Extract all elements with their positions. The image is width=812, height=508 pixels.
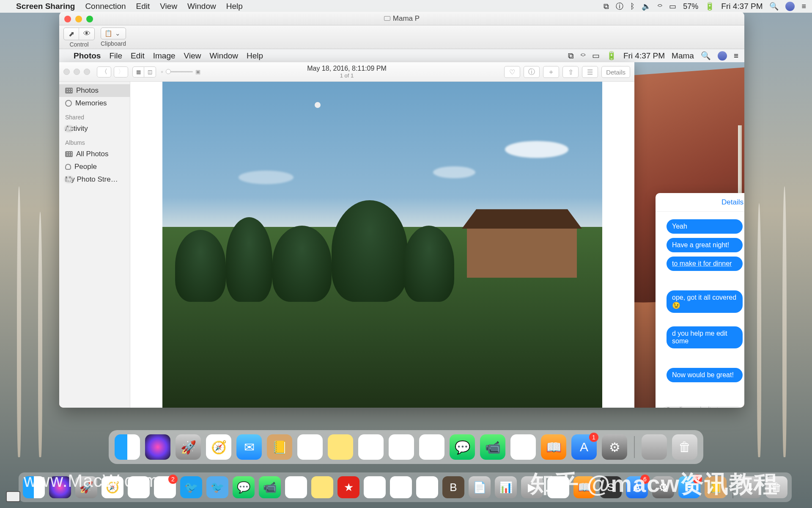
add-button[interactable]: ＋ [543,66,559,78]
bluetooth-icon[interactable]: ᛒ [630,2,635,11]
airplay-icon[interactable]: ⧉ [604,2,609,11]
minimize-icon[interactable] [75,16,82,22]
notif-center-icon[interactable]: ≡ [734,51,738,61]
screenshare-icon[interactable]: ⧉ [568,51,574,61]
observe-icon[interactable]: 👁 [79,28,94,40]
notif-center-icon[interactable]: ≡ [801,2,806,11]
menu-edit[interactable]: Edit [131,51,145,61]
dock-app-finder[interactable] [115,434,140,460]
details-button[interactable]: Details [601,66,630,78]
wifi-icon[interactable]: ⌔ [581,51,585,61]
ss-titlebar[interactable]: Mama P [59,12,744,25]
sidebar-item-photostream[interactable]: My Photo Stre… [59,173,130,186]
dock-app-twitter[interactable]: 🐦 [180,476,202,498]
dock-app-preview[interactable]: 🖼 [390,476,412,498]
control-mode-toggle[interactable]: ⬈👁 [63,28,95,40]
dock-app-facetime[interactable]: 📹 [480,434,505,460]
minimize-icon[interactable] [74,69,80,75]
battery-icon[interactable]: 🔋 [606,51,617,61]
menu-image[interactable]: Image [153,51,176,61]
control-icon[interactable]: ⬈ [64,28,79,40]
dock-app-facetime[interactable]: 📹 [259,476,281,498]
spotlight-icon[interactable]: 🔍 [701,51,711,61]
sidebar-item-activity[interactable]: Activity [59,122,130,135]
sidebar-item-photos[interactable]: Photos [59,84,130,97]
zoom-icon[interactable] [84,69,90,75]
dock-app-reminders[interactable] [364,476,386,498]
airplay-icon[interactable]: ▭ [592,51,600,61]
sidebar-item-people[interactable]: People [59,160,130,173]
view-toggle[interactable]: ▦◫ [132,66,156,77]
dock-app-mail[interactable]: ✉ [236,434,262,460]
dock-app-reminders[interactable] [358,434,384,460]
dock-app-siri[interactable] [145,434,170,460]
dock-app-sysprefs[interactable]: ⚙ [602,434,627,460]
zoom-icon[interactable] [86,16,93,22]
dock-app-photos[interactable]: ✿ [416,476,438,498]
grid-view-icon[interactable]: ▦ [132,66,144,77]
wifi-icon[interactable]: ⌔ [658,2,662,11]
split-view-icon[interactable]: ◫ [144,66,156,77]
menu-help[interactable]: Help [226,2,243,11]
menu-connection[interactable]: Connection [85,2,126,11]
back-button[interactable]: 〈 [97,66,111,77]
dock-app-launchpad[interactable]: 🚀 [176,434,201,460]
battery-icon[interactable]: 🔋 [705,2,714,11]
battery-pct[interactable]: 57% [683,2,698,11]
dock-app-notes[interactable] [328,434,353,460]
share-button[interactable]: ⇧ [562,66,579,78]
messages-details-button[interactable]: Details [721,198,743,207]
dock-app-appstore[interactable]: A1 [571,434,597,460]
menu-view[interactable]: View [160,2,177,11]
dock-app-numbers[interactable]: 📊 [495,476,517,498]
menu-help[interactable]: Help [247,51,263,61]
remote-clock[interactable]: Fri 4:37 PM [623,51,665,61]
dock-app-bear[interactable]: B [442,476,464,498]
host-app-name[interactable]: Screen Sharing [16,2,75,11]
dock-upper[interactable]: 🚀🧭✉📒23🖼✿💬📹♪📖A1⚙🗑 [109,430,703,464]
dock-app-messages[interactable]: 💬 [233,476,255,498]
dock-app-calendar[interactable]: 23 [285,476,307,498]
adjust-button[interactable]: ☰ [582,66,598,78]
menu-window[interactable]: Window [209,51,238,61]
dock-app-safari[interactable]: 🧭 [206,434,231,460]
dock-app-preview[interactable]: 🖼 [389,434,414,460]
favorite-button[interactable]: ♡ [504,66,520,78]
menu-window[interactable]: Window [187,2,216,11]
remote-user[interactable]: Mama [672,51,694,61]
menu-file[interactable]: File [109,51,122,61]
dock-app-calendar[interactable]: 23 [297,434,323,460]
info-icon[interactable]: ⓘ [616,1,623,11]
sidebar-item-allphotos[interactable]: All Photos [59,148,130,160]
photos-main[interactable] [130,82,634,408]
sidebar-item-memories[interactable]: Memories [59,97,130,110]
dock-app-photos[interactable]: ✿ [419,434,444,460]
dock-app-screenshare[interactable] [642,434,667,460]
dock-app-trash[interactable]: 🗑 [672,434,697,460]
clipboard-dropdown[interactable]: 📋 ⌄ [101,28,126,39]
remote-app-name[interactable]: Photos [74,51,101,61]
menu-view[interactable]: View [184,51,201,61]
window-controls[interactable] [63,69,90,75]
info-button[interactable]: ⓘ [524,66,540,78]
user-avatar-icon[interactable] [718,51,727,61]
user-avatar-icon[interactable] [785,2,795,11]
volume-icon[interactable]: 🔈 [642,2,651,11]
window-controls[interactable] [64,16,93,22]
dock-app-notes[interactable] [311,476,333,498]
menu-edit[interactable]: Edit [136,2,150,11]
dock-app-messages[interactable]: 💬 [450,434,475,460]
dock-app-contacts[interactable]: 📒 [267,434,292,460]
dock-app-wunderlist[interactable]: ★ [337,476,359,498]
display-icon[interactable]: ▭ [669,2,676,11]
spotlight-icon[interactable]: 🔍 [769,2,779,11]
dock-app-music[interactable]: ♪ [510,434,536,460]
displays-icon[interactable] [6,491,20,502]
dock-app-tweetbot[interactable]: 🐦 [206,476,228,498]
dock-app-ibooks[interactable]: 📖 [541,434,566,460]
zoom-slider[interactable]: ▫▣ [161,69,200,75]
close-icon[interactable] [64,16,71,22]
host-clock[interactable]: Fri 4:37 PM [721,2,763,11]
close-icon[interactable] [63,69,70,75]
dock-app-pages[interactable]: 📄 [469,476,491,498]
